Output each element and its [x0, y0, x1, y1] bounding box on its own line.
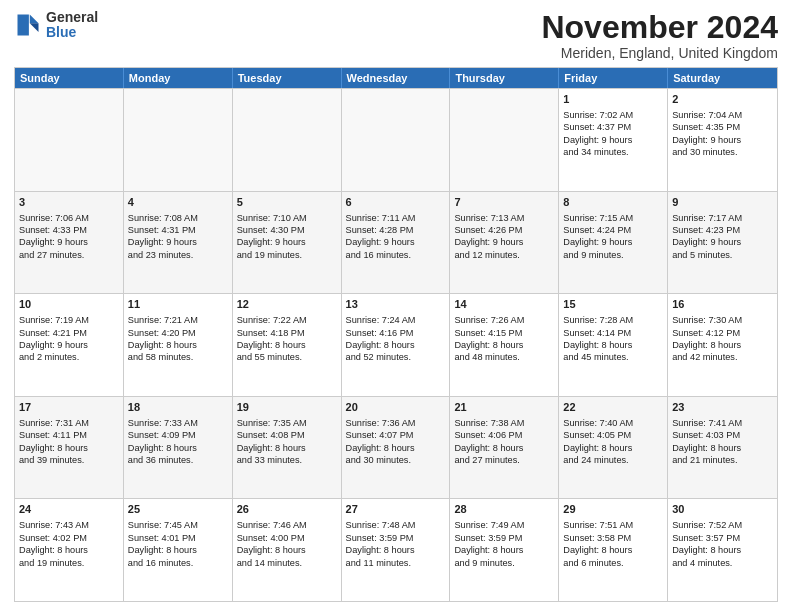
day-info-line: and 52 minutes. [346, 351, 446, 363]
calendar-cell: 14Sunrise: 7:26 AMSunset: 4:15 PMDayligh… [450, 294, 559, 396]
day-info-line: and 55 minutes. [237, 351, 337, 363]
day-number: 17 [19, 400, 119, 415]
day-number: 22 [563, 400, 663, 415]
day-number: 16 [672, 297, 773, 312]
calendar: SundayMondayTuesdayWednesdayThursdayFrid… [14, 67, 778, 602]
day-info-line: Sunset: 3:58 PM [563, 532, 663, 544]
day-number: 8 [563, 195, 663, 210]
day-number: 20 [346, 400, 446, 415]
calendar-cell: 19Sunrise: 7:35 AMSunset: 4:08 PMDayligh… [233, 397, 342, 499]
day-info-line: Sunset: 4:23 PM [672, 224, 773, 236]
day-info-line: Sunset: 4:20 PM [128, 327, 228, 339]
calendar-cell: 4Sunrise: 7:08 AMSunset: 4:31 PMDaylight… [124, 192, 233, 294]
day-info-line: and 19 minutes. [237, 249, 337, 261]
calendar-cell [450, 89, 559, 191]
day-info-line: Sunset: 4:28 PM [346, 224, 446, 236]
calendar-cell: 1Sunrise: 7:02 AMSunset: 4:37 PMDaylight… [559, 89, 668, 191]
day-info-line: Daylight: 9 hours [237, 236, 337, 248]
logo-icon [14, 11, 42, 39]
day-info-line: and 48 minutes. [454, 351, 554, 363]
day-info-line: Sunset: 4:21 PM [19, 327, 119, 339]
day-info-line: and 39 minutes. [19, 454, 119, 466]
day-number: 19 [237, 400, 337, 415]
day-info-line: Sunset: 4:07 PM [346, 429, 446, 441]
calendar-cell: 6Sunrise: 7:11 AMSunset: 4:28 PMDaylight… [342, 192, 451, 294]
day-number: 23 [672, 400, 773, 415]
day-info-line: and 34 minutes. [563, 146, 663, 158]
calendar-cell: 29Sunrise: 7:51 AMSunset: 3:58 PMDayligh… [559, 499, 668, 601]
svg-rect-2 [18, 15, 29, 36]
header-day-wednesday: Wednesday [342, 68, 451, 88]
day-number: 9 [672, 195, 773, 210]
day-info-line: Sunrise: 7:02 AM [563, 109, 663, 121]
day-info-line: Sunrise: 7:45 AM [128, 519, 228, 531]
day-info-line: Daylight: 8 hours [128, 442, 228, 454]
calendar-row-5: 24Sunrise: 7:43 AMSunset: 4:02 PMDayligh… [15, 498, 777, 601]
day-info-line: Daylight: 8 hours [237, 442, 337, 454]
day-info-line: Daylight: 8 hours [237, 544, 337, 556]
header-day-sunday: Sunday [15, 68, 124, 88]
day-info-line: Daylight: 8 hours [454, 339, 554, 351]
day-info-line: and 19 minutes. [19, 557, 119, 569]
calendar-cell [342, 89, 451, 191]
day-number: 13 [346, 297, 446, 312]
day-number: 24 [19, 502, 119, 517]
day-info-line: Daylight: 8 hours [672, 544, 773, 556]
calendar-row-3: 10Sunrise: 7:19 AMSunset: 4:21 PMDayligh… [15, 293, 777, 396]
day-info-line: Sunset: 4:09 PM [128, 429, 228, 441]
calendar-cell: 27Sunrise: 7:48 AMSunset: 3:59 PMDayligh… [342, 499, 451, 601]
calendar-cell: 28Sunrise: 7:49 AMSunset: 3:59 PMDayligh… [450, 499, 559, 601]
day-info-line: Daylight: 8 hours [454, 544, 554, 556]
calendar-cell: 25Sunrise: 7:45 AMSunset: 4:01 PMDayligh… [124, 499, 233, 601]
day-info-line: Sunset: 4:37 PM [563, 121, 663, 133]
day-info-line: Sunrise: 7:38 AM [454, 417, 554, 429]
day-info-line: and 14 minutes. [237, 557, 337, 569]
day-info-line: and 42 minutes. [672, 351, 773, 363]
day-info-line: Sunrise: 7:33 AM [128, 417, 228, 429]
calendar-cell [15, 89, 124, 191]
calendar-row-4: 17Sunrise: 7:31 AMSunset: 4:11 PMDayligh… [15, 396, 777, 499]
calendar-cell: 12Sunrise: 7:22 AMSunset: 4:18 PMDayligh… [233, 294, 342, 396]
svg-marker-1 [30, 24, 39, 33]
day-info-line: Sunset: 4:30 PM [237, 224, 337, 236]
svg-marker-0 [30, 15, 39, 24]
day-info-line: Daylight: 8 hours [237, 339, 337, 351]
day-number: 11 [128, 297, 228, 312]
day-info-line: Sunrise: 7:13 AM [454, 212, 554, 224]
day-info-line: Sunset: 4:01 PM [128, 532, 228, 544]
logo-text: General Blue [46, 10, 98, 41]
day-info-line: Sunset: 4:33 PM [19, 224, 119, 236]
calendar-cell: 16Sunrise: 7:30 AMSunset: 4:12 PMDayligh… [668, 294, 777, 396]
day-info-line: and 2 minutes. [19, 351, 119, 363]
day-info-line: Daylight: 9 hours [672, 236, 773, 248]
day-number: 10 [19, 297, 119, 312]
calendar-cell [233, 89, 342, 191]
calendar-cell: 8Sunrise: 7:15 AMSunset: 4:24 PMDaylight… [559, 192, 668, 294]
day-info-line: Sunrise: 7:49 AM [454, 519, 554, 531]
day-number: 7 [454, 195, 554, 210]
day-info-line: Sunrise: 7:51 AM [563, 519, 663, 531]
day-info-line: Sunrise: 7:15 AM [563, 212, 663, 224]
calendar-cell: 30Sunrise: 7:52 AMSunset: 3:57 PMDayligh… [668, 499, 777, 601]
day-info-line: Daylight: 9 hours [346, 236, 446, 248]
day-info-line: Sunrise: 7:24 AM [346, 314, 446, 326]
day-info-line: and 16 minutes. [346, 249, 446, 261]
day-info-line: and 24 minutes. [563, 454, 663, 466]
calendar-row-1: 1Sunrise: 7:02 AMSunset: 4:37 PMDaylight… [15, 88, 777, 191]
calendar-cell: 20Sunrise: 7:36 AMSunset: 4:07 PMDayligh… [342, 397, 451, 499]
day-info-line: Sunrise: 7:06 AM [19, 212, 119, 224]
day-info-line: Sunrise: 7:31 AM [19, 417, 119, 429]
day-info-line: Sunset: 4:31 PM [128, 224, 228, 236]
day-info-line: Sunset: 4:16 PM [346, 327, 446, 339]
day-info-line: Daylight: 8 hours [19, 544, 119, 556]
day-info-line: Sunrise: 7:22 AM [237, 314, 337, 326]
day-info-line: Daylight: 8 hours [454, 442, 554, 454]
day-info-line: Sunrise: 7:46 AM [237, 519, 337, 531]
day-info-line: Sunset: 3:59 PM [346, 532, 446, 544]
day-info-line: and 4 minutes. [672, 557, 773, 569]
calendar-cell: 23Sunrise: 7:41 AMSunset: 4:03 PMDayligh… [668, 397, 777, 499]
day-number: 6 [346, 195, 446, 210]
day-info-line: Sunset: 4:02 PM [19, 532, 119, 544]
day-info-line: Sunset: 4:08 PM [237, 429, 337, 441]
day-info-line: Sunset: 4:06 PM [454, 429, 554, 441]
